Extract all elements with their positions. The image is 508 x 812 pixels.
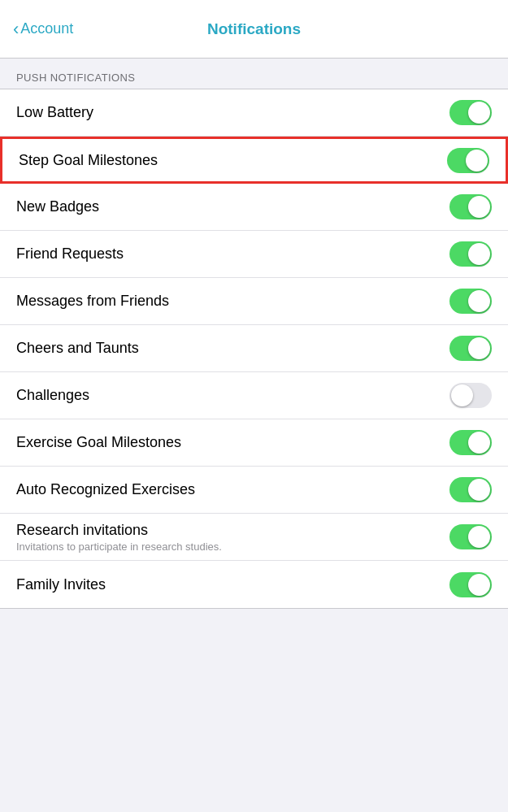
- toggle-cheers-and-taunts[interactable]: [449, 336, 492, 361]
- list-item-challenges: Challenges: [0, 372, 508, 419]
- toggle-challenges[interactable]: [449, 383, 492, 408]
- toggle-auto-recognized-exercises[interactable]: [449, 477, 492, 502]
- item-text-block-challenges: Challenges: [16, 387, 449, 404]
- list-item-family-invites: Family Invites: [0, 561, 508, 608]
- toggle-exercise-goal-milestones[interactable]: [449, 430, 492, 455]
- list-item-low-battery: Low Battery: [0, 89, 508, 137]
- item-text-block-messages-from-friends: Messages from Friends: [16, 293, 449, 310]
- toggle-new-badges[interactable]: [449, 194, 492, 219]
- item-text-block-new-badges: New Badges: [16, 198, 449, 215]
- item-label-step-goal-milestones: Step Goal Milestones: [19, 152, 158, 168]
- item-text-block-cheers-and-taunts: Cheers and Taunts: [16, 340, 449, 357]
- item-label-cheers-and-taunts: Cheers and Taunts: [16, 340, 139, 356]
- item-text-block-step-goal-milestones: Step Goal Milestones: [19, 152, 447, 169]
- toggle-friend-requests[interactable]: [449, 241, 492, 267]
- list-item-auto-recognized-exercises: Auto Recognized Exercises: [0, 467, 508, 514]
- item-text-block-auto-recognized-exercises: Auto Recognized Exercises: [16, 481, 449, 498]
- list-item-research-invitations: Research invitationsInvitations to parti…: [0, 514, 508, 561]
- item-label-auto-recognized-exercises: Auto Recognized Exercises: [16, 481, 195, 497]
- notifications-list: Low BatteryStep Goal MilestonesNew Badge…: [0, 89, 508, 609]
- header: ‹ Account Notifications: [0, 0, 508, 59]
- list-item-step-goal-milestones: Step Goal Milestones: [0, 137, 508, 184]
- item-text-block-exercise-goal-milestones: Exercise Goal Milestones: [16, 434, 449, 451]
- item-text-block-family-invites: Family Invites: [16, 576, 449, 593]
- back-button[interactable]: ‹ Account: [13, 19, 73, 40]
- item-label-friend-requests: Friend Requests: [16, 245, 124, 262]
- item-text-block-research-invitations: Research invitationsInvitations to parti…: [16, 522, 449, 553]
- section-label-push: PUSH NOTIFICATIONS: [0, 59, 508, 89]
- item-label-messages-from-friends: Messages from Friends: [16, 293, 169, 309]
- back-label: Account: [20, 20, 73, 37]
- item-text-block-friend-requests: Friend Requests: [16, 245, 449, 263]
- chevron-left-icon: ‹: [13, 19, 19, 40]
- item-label-family-invites: Family Invites: [16, 576, 106, 593]
- toggle-messages-from-friends[interactable]: [449, 289, 492, 314]
- list-item-messages-from-friends: Messages from Friends: [0, 278, 508, 325]
- page-title: Notifications: [207, 20, 301, 38]
- toggle-research-invitations[interactable]: [449, 524, 492, 549]
- list-item-friend-requests: Friend Requests: [0, 231, 508, 278]
- list-item-cheers-and-taunts: Cheers and Taunts: [0, 325, 508, 372]
- item-sublabel-research-invitations: Invitations to participate in research s…: [16, 541, 436, 553]
- list-item-exercise-goal-milestones: Exercise Goal Milestones: [0, 419, 508, 467]
- toggle-step-goal-milestones[interactable]: [447, 148, 489, 173]
- toggle-low-battery[interactable]: [449, 100, 492, 125]
- item-label-research-invitations: Research invitations: [16, 522, 148, 538]
- item-text-block-low-battery: Low Battery: [16, 104, 449, 121]
- item-label-challenges: Challenges: [16, 387, 89, 403]
- item-label-exercise-goal-milestones: Exercise Goal Milestones: [16, 434, 181, 450]
- list-item-new-badges: New Badges: [0, 184, 508, 231]
- item-label-low-battery: Low Battery: [16, 104, 93, 120]
- item-label-new-badges: New Badges: [16, 198, 99, 215]
- toggle-family-invites[interactable]: [449, 572, 492, 597]
